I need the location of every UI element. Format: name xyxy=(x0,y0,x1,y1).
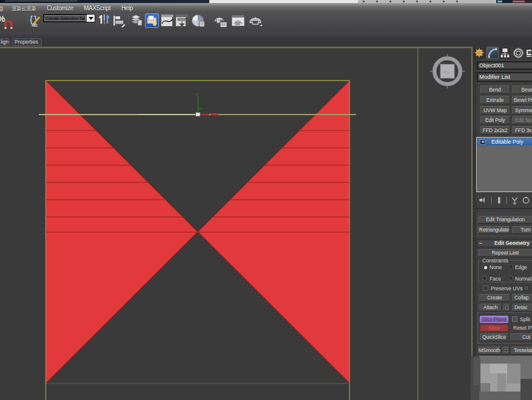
svg-text:{: { xyxy=(30,14,33,24)
svg-text:ABC: ABC xyxy=(32,24,38,27)
svg-text:Fro: Fro xyxy=(444,70,449,74)
svg-text:Y: Y xyxy=(195,92,199,98)
